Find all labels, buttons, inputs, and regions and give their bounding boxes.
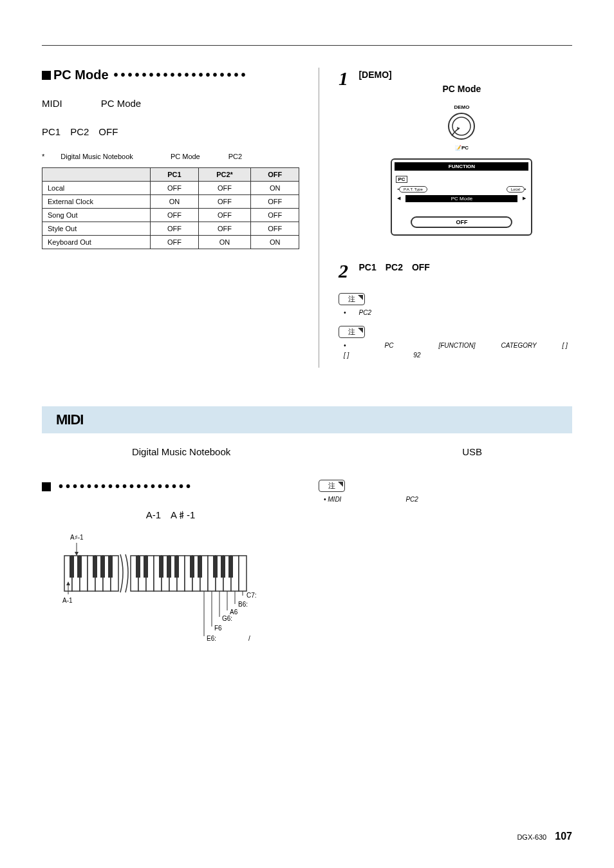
svg-rect-32: [136, 556, 140, 578]
cell: OFF: [151, 208, 199, 222]
midi-left-col: ••••••••••••••••••• A-1 A♯-1 A♯-1: [42, 479, 299, 642]
svg-rect-13: [77, 556, 82, 578]
cell: Keyboard Out: [42, 235, 151, 249]
midi-note-label: 注: [319, 480, 345, 492]
page-footer: DGX-630 107: [517, 831, 572, 842]
page-number: 107: [555, 831, 572, 842]
svg-rect-37: [190, 556, 194, 578]
table-row: Local OFF OFF ON: [42, 181, 299, 194]
arrow-right-icon: ▶: [523, 196, 526, 201]
midi-subheading: •••••••••••••••••••: [42, 479, 299, 494]
top-divider: [42, 45, 572, 46]
cell: OFF: [151, 222, 199, 235]
cell: OFF: [198, 194, 251, 208]
note1-text: • PC2: [339, 308, 572, 317]
note-block-1: 注 • PC2: [339, 292, 572, 317]
step2-number: 2: [339, 260, 348, 281]
pc-label: 📝PC: [439, 145, 484, 151]
svg-rect-31: [239, 556, 247, 591]
cell: OFF: [198, 222, 251, 235]
th-pc2: PC2*: [198, 167, 251, 181]
svg-rect-33: [144, 556, 148, 578]
dots-leader: •••••••••••••••••••: [53, 479, 299, 494]
midi-body: Digital Music Notebook USB: [42, 444, 572, 460]
demo-label: DEMO: [439, 104, 484, 110]
note-label-2: 注: [339, 326, 365, 338]
cell: OFF: [151, 235, 199, 249]
main-content: PC Mode ••••••••••••••••••• MIDI PC Mode…: [42, 68, 572, 368]
step1-pcmode: PC Mode: [358, 82, 564, 96]
pcmode-heading-text: PC Mode: [53, 68, 109, 82]
cell: Local: [42, 181, 151, 194]
svg-rect-38: [198, 556, 202, 578]
table-header-row: PC1 PC2* OFF: [42, 167, 299, 181]
svg-rect-34: [159, 556, 163, 578]
f6-label: F6: [214, 625, 222, 632]
triangle-icon: [358, 328, 363, 333]
cell: ON: [251, 235, 299, 249]
pcmode-heading: PC Mode •••••••••••••••••••: [42, 68, 299, 82]
c7-label: C7:: [247, 592, 257, 599]
asharp-label: A♯-1: [70, 534, 84, 541]
table-row: External Clock ON OFF OFF: [42, 194, 299, 208]
pcmode-note: * Digital Music Notebook PC Mode PC2: [42, 151, 299, 162]
table-row: Style Out OFF OFF OFF: [42, 222, 299, 235]
svg-rect-39: [213, 556, 218, 578]
cell: ON: [251, 181, 299, 194]
midi-heading: MIDI: [56, 411, 558, 428]
keyboard-diagram: A♯-1: [61, 536, 299, 642]
midi-section: MIDI Digital Music Notebook USB ••••••••…: [42, 406, 572, 642]
svg-rect-41: [228, 556, 233, 578]
a1-label: A-1: [62, 597, 73, 604]
svg-rect-14: [93, 556, 97, 578]
cell: OFF: [251, 194, 299, 208]
svg-point-1: [452, 117, 470, 135]
midi-note-text: • MIDI PC2: [319, 495, 572, 504]
cell: OFF: [198, 208, 251, 222]
th-pc1: PC1: [151, 167, 199, 181]
square-bullet-icon: [42, 71, 51, 80]
step1-content: [DEMO] PC Mode DEMO 📝PC FUNCTION: [358, 68, 564, 241]
note2-text: • PC [FUNCTION] CATEGORY [ ] [ ] 92: [339, 341, 572, 360]
cell: OFF: [251, 222, 299, 235]
step1-title: [DEMO]: [358, 68, 564, 82]
g6-label: G6:: [222, 615, 232, 622]
arrow-left-icon: ◀: [397, 196, 400, 201]
dots-leader: •••••••••••••••••••: [109, 68, 299, 82]
svg-rect-16: [108, 556, 113, 578]
pcmode-body1: MIDI PC Mode: [42, 95, 299, 112]
note-block-2: 注 • PC [FUNCTION] CATEGORY [ ] [ ] 92: [339, 325, 572, 360]
svg-rect-36: [174, 556, 179, 578]
b6-label: B6:: [238, 601, 248, 608]
pcmode-body2: PC1 PC2 OFF: [42, 124, 299, 140]
lcd-mode: PC Mode: [405, 195, 517, 202]
square-bullet-icon: [42, 482, 51, 491]
keyboard-svg: [61, 536, 254, 639]
lcd-off: OFF: [411, 216, 512, 228]
knob-icon: [445, 110, 478, 142]
step2: 2 PC1 PC2 OFF 注 • PC2 注 • PC [FUNCTIO: [339, 260, 572, 360]
triangle-icon: [358, 295, 363, 300]
left-column: PC Mode ••••••••••••••••••• MIDI PC Mode…: [42, 68, 299, 368]
step2-content: PC1 PC2 OFF: [358, 260, 564, 274]
step1: 1 [DEMO] PC Mode DEMO 📝PC: [339, 68, 572, 241]
step2-title: PC1 PC2 OFF: [358, 260, 564, 274]
e6-label: E6: /: [207, 634, 284, 643]
midi-header: MIDI: [42, 406, 572, 433]
th-blank: [42, 167, 151, 181]
demo-knob-diagram: DEMO 📝PC: [439, 104, 484, 151]
midi-columns: ••••••••••••••••••• A-1 A♯-1 A♯-1: [42, 479, 572, 642]
midi-subtext: A-1 A♯-1: [42, 507, 299, 524]
lcd-pat: P.A.T. Type: [399, 186, 427, 193]
svg-marker-4: [75, 552, 79, 556]
cell: Style Out: [42, 222, 151, 235]
svg-rect-35: [167, 556, 171, 578]
right-column: 1 [DEMO] PC Mode DEMO 📝PC: [319, 68, 572, 368]
step1-number: 1: [339, 68, 348, 89]
cell: OFF: [151, 181, 199, 194]
lcd-screen: FUNCTION PC ▪ P.A.T. Type Local ▪ ◀ PC M…: [391, 158, 532, 236]
lcd-function: FUNCTION: [395, 162, 528, 171]
lcd-row-labels: ▪ P.A.T. Type Local ▪: [395, 185, 528, 194]
demo-bracket: [DEMO]: [358, 70, 391, 80]
cell: External Clock: [42, 194, 151, 208]
